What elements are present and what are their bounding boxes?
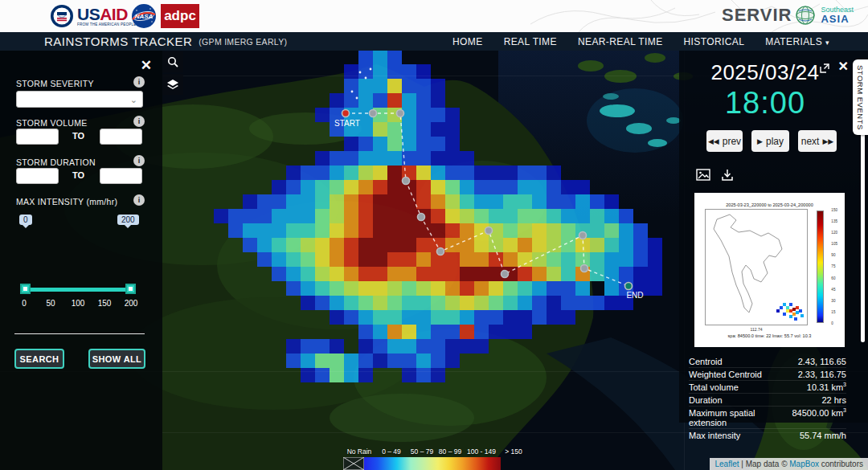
servir-globe-icon xyxy=(795,5,816,26)
legend-gradient xyxy=(364,457,501,470)
search-button[interactable]: SEARCH xyxy=(14,349,64,369)
detail-row: Max intensity55.74 mm/h xyxy=(689,428,846,441)
sidebar-divider xyxy=(14,333,145,334)
adpc-logo: adpc xyxy=(161,4,199,28)
top-header: USAID FROM THE AMERICAN PEOPLE NASA adpc… xyxy=(0,0,868,32)
legend-label: 0 – 49 xyxy=(375,448,407,456)
detail-value: 84500.00 km3 xyxy=(792,408,846,418)
track-point-marker[interactable] xyxy=(579,232,587,239)
plot-colorbar-ticks: 1501351201059075604530150 xyxy=(831,208,837,325)
storm-volume-max-input[interactable] xyxy=(100,129,142,145)
info-icon[interactable]: i xyxy=(133,194,145,206)
nav-item-materials[interactable]: MATERIALS▾ xyxy=(765,36,829,47)
rainfall-legend: No Rain0 – 4950 – 7980 – 99100 - 149> 15… xyxy=(343,448,528,470)
colorbar-tick-label: 30 xyxy=(831,299,837,303)
track-point-marker[interactable] xyxy=(370,110,377,117)
detail-label: Total volume xyxy=(689,382,739,392)
storm-duration-min-input[interactable] xyxy=(16,168,59,184)
storm-duration-max-input[interactable] xyxy=(100,168,142,184)
legend-label: > 150 xyxy=(499,448,528,456)
image-icon xyxy=(696,169,710,181)
storm-plot-thumbnail[interactable]: 2025-03-23_220000 to 2025-03-24_200000 xyxy=(694,193,845,347)
legend-norain-swatch xyxy=(343,457,364,470)
svg-text:NASA: NASA xyxy=(135,13,154,20)
map-layers-button[interactable] xyxy=(162,74,183,95)
track-point-marker[interactable] xyxy=(581,265,588,272)
slider-tick-label: 0 xyxy=(22,299,27,308)
nav-item-near-real-time[interactable]: NEAR-REAL TIME xyxy=(578,36,663,47)
map-marker-dot xyxy=(370,68,372,71)
info-icon[interactable]: i xyxy=(133,116,145,127)
map-search-button[interactable] xyxy=(162,51,183,72)
caret-down-icon: ▾ xyxy=(825,39,829,47)
usaid-wordmark: AID xyxy=(100,5,128,23)
servir-logo: SERVIR Southeast ASIA xyxy=(722,5,854,26)
detail-value: 2.43, 116.65 xyxy=(798,357,846,366)
track-point-marker[interactable] xyxy=(397,110,404,117)
legend-label: 100 - 149 xyxy=(464,448,499,456)
open-in-new-icon[interactable] xyxy=(820,62,829,76)
slider-handle-max[interactable] xyxy=(125,284,136,294)
detail-row: Total volume10.31 km3 xyxy=(689,380,846,393)
panel-close-icon[interactable]: ✕ xyxy=(838,59,849,74)
track-start-marker[interactable] xyxy=(342,110,350,117)
app-subtitle: (GPM IMERG EARLY) xyxy=(199,37,287,47)
info-icon[interactable]: i xyxy=(133,155,145,166)
storm-detail-panel: 2025/03/24 ✕ 18:00 ◀◀prev ▶play next▶▶ 2… xyxy=(679,51,868,423)
plot-title: 2025-03-23_220000 to 2025-03-24_200000 xyxy=(694,202,845,207)
detail-value: 22 hrs xyxy=(821,395,846,405)
prev-button[interactable]: ◀◀prev xyxy=(706,130,743,152)
sidebar-close-icon[interactable]: ✕ xyxy=(141,57,152,74)
map-marker-dot xyxy=(365,77,367,80)
storm-volume-min-input[interactable] xyxy=(16,129,59,145)
track-end-marker[interactable] xyxy=(625,283,633,290)
image-export-button[interactable] xyxy=(696,169,710,184)
plot-axes xyxy=(705,209,808,325)
detail-label: Maximum spatial extension xyxy=(689,408,792,427)
leaflet-link[interactable]: Leaflet xyxy=(714,460,739,468)
play-button-label: play xyxy=(766,136,784,147)
slider-tick-label: 200 xyxy=(125,299,138,308)
download-button[interactable] xyxy=(721,169,734,185)
intensity-slider-track[interactable] xyxy=(24,288,132,292)
track-point-marker[interactable] xyxy=(437,248,444,255)
track-end-label: END xyxy=(626,291,643,300)
colorbar-tick-label: 150 xyxy=(831,208,837,212)
legend-label: No Rain xyxy=(343,448,375,456)
colorbar-tick-label: 60 xyxy=(831,276,837,280)
show-all-button[interactable]: SHOW ALL xyxy=(88,349,145,369)
detail-value: 10.31 km3 xyxy=(807,382,846,392)
slider-handle-min[interactable] xyxy=(20,284,31,294)
track-point-marker[interactable] xyxy=(485,227,493,235)
mapbox-link[interactable]: MapBox xyxy=(789,460,819,468)
colorbar-tick-label: 75 xyxy=(831,264,837,268)
storm-time: 18:00 xyxy=(679,86,851,121)
rainstorms-tracker-app: STARTEND ✕ STORM SEVERITY i ⌄ STORM VOLU… xyxy=(0,0,868,470)
play-icon: ▶ xyxy=(757,137,763,145)
play-button[interactable]: ▶play xyxy=(751,130,789,152)
nasa-logo: NASA xyxy=(131,3,157,32)
download-icon xyxy=(721,169,734,182)
servir-wordmark: SERVIR xyxy=(722,5,792,26)
app-title: RAINSTORMS TRACKER xyxy=(44,35,192,48)
track-start-label: START xyxy=(334,119,360,128)
usaid-tagline: FROM THE AMERICAN PEOPLE xyxy=(77,23,137,27)
attribution-text: contributors xyxy=(819,460,863,468)
storm-events-tab[interactable]: STORM EVENTS xyxy=(853,59,868,135)
track-point-marker[interactable] xyxy=(403,178,410,185)
info-icon[interactable]: i xyxy=(133,76,145,88)
slider-tick-label: 50 xyxy=(46,299,55,308)
plot-x-tick: 112.74 xyxy=(705,327,808,332)
legend-label: 50 – 79 xyxy=(407,448,436,456)
track-point-marker[interactable] xyxy=(418,214,425,221)
colorbar-tick-label: 15 xyxy=(831,310,837,314)
nav-item-home[interactable]: HOME xyxy=(452,36,483,47)
nav-item-real-time[interactable]: REAL TIME xyxy=(504,36,557,47)
track-point-marker[interactable] xyxy=(502,271,509,278)
next-button[interactable]: next▶▶ xyxy=(798,130,837,152)
storm-volume-label: STORM VOLUME xyxy=(16,118,88,128)
search-icon xyxy=(167,56,179,68)
nav-item-historical[interactable]: HISTORICAL xyxy=(684,36,745,47)
usaid-wordmark: US xyxy=(77,5,100,23)
storm-severity-select[interactable]: ⌄ xyxy=(16,91,143,108)
